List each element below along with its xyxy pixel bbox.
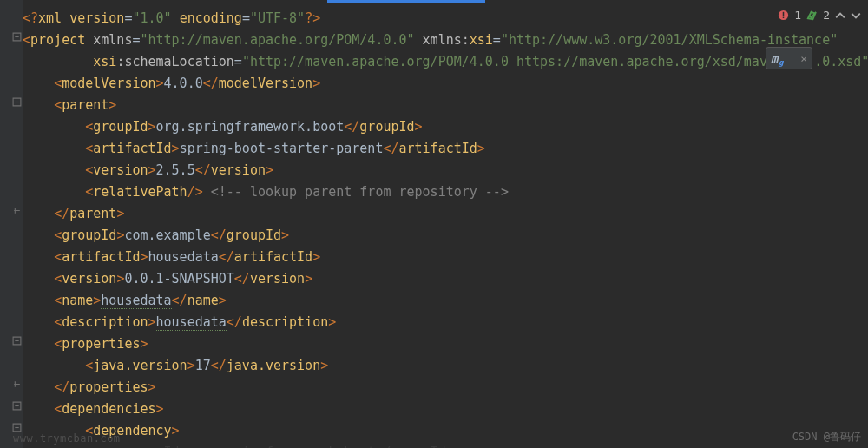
token: 0.0.1-SNAPSHOT xyxy=(124,271,233,287)
token: < xyxy=(54,314,62,330)
token: <!-- lookup parent from repository --> xyxy=(211,184,509,200)
fold-handle[interactable] xyxy=(12,32,22,42)
token: project xyxy=(30,32,85,48)
code-line[interactable]: <project xmlns="http://maven.apache.org/… xyxy=(23,30,868,51)
fold-handle[interactable] xyxy=(12,379,22,389)
token xyxy=(23,119,85,135)
token: > xyxy=(320,358,328,373)
code-line[interactable]: <artifactId>spring-boot-starter-parent</… xyxy=(23,138,868,160)
token: > xyxy=(156,401,164,417)
token: org.springframework.boot xyxy=(156,119,345,135)
code-line[interactable]: </parent> xyxy=(23,203,868,225)
token: version xyxy=(250,271,305,287)
code-line[interactable]: <name>housedata</name> xyxy=(23,290,868,312)
token: </ xyxy=(203,76,219,91)
token: encoding xyxy=(180,10,242,26)
token: java.version xyxy=(93,358,187,373)
chevron-down-icon[interactable] xyxy=(851,10,861,21)
code-line[interactable]: <parent> xyxy=(23,95,868,116)
token: > xyxy=(140,249,148,265)
token: > xyxy=(266,162,273,178)
fold-handle[interactable] xyxy=(12,97,22,107)
tool-popup-icon: mg xyxy=(771,51,778,65)
code-line[interactable]: <version>0.0.1-SNAPSHOT</version> xyxy=(23,268,868,290)
close-icon[interactable]: × xyxy=(800,52,807,65)
code-line[interactable]: <java.version>17</java.version> xyxy=(23,355,868,377)
token: groupId xyxy=(62,227,116,243)
token: :schemaLocation xyxy=(116,54,233,69)
token: </ xyxy=(54,379,69,395)
fold-handle[interactable] xyxy=(12,423,22,432)
token: </ xyxy=(227,314,242,330)
token: < xyxy=(85,141,93,156)
token: description xyxy=(242,314,328,330)
token: version xyxy=(211,162,266,178)
code-line[interactable]: <version>2.5.5</version> xyxy=(23,160,868,181)
code-line[interactable]: <artifactId>housedata</artifactId> xyxy=(23,247,868,268)
token xyxy=(23,293,54,308)
token: 4.0.0 xyxy=(164,76,203,91)
token: housedata xyxy=(156,314,227,331)
token xyxy=(85,32,93,48)
token xyxy=(23,162,85,178)
token: "UTF-8" xyxy=(250,10,305,26)
token: > xyxy=(477,141,485,156)
code-line[interactable]: xsi:schemaLocation="http://maven.apache.… xyxy=(23,51,868,73)
token: < xyxy=(54,293,62,308)
code-line[interactable]: <description>housedata</description> xyxy=(23,312,868,333)
code-line[interactable]: <dependencies> xyxy=(23,399,868,420)
code-line[interactable]: </properties> xyxy=(23,377,868,399)
code-line[interactable]: <relativePath/> <!-- lookup parent from … xyxy=(23,181,868,203)
tool-popup[interactable]: mg × xyxy=(766,47,812,69)
code-line[interactable]: <dependency> xyxy=(23,420,868,442)
token: spring-boot-starter-parent xyxy=(180,141,384,156)
token: groupId xyxy=(359,119,414,135)
token: <? xyxy=(23,10,38,26)
token: < xyxy=(85,358,93,373)
token: < xyxy=(54,336,62,352)
watermark-right: CSDN @鲁码仔 xyxy=(792,430,861,445)
token xyxy=(23,445,116,448)
inspection-widget[interactable]: 1 2 xyxy=(778,9,861,22)
watermark-left: www.trymcban.com xyxy=(13,432,121,445)
token xyxy=(172,10,180,26)
token: < xyxy=(54,76,62,91)
token: > xyxy=(116,206,124,221)
token: </ xyxy=(211,227,227,243)
code-line[interactable]: <properties> xyxy=(23,333,868,355)
token: xmlns xyxy=(93,32,132,48)
token xyxy=(23,184,85,200)
token: </ xyxy=(195,162,211,178)
token: > xyxy=(156,76,164,91)
token: > xyxy=(305,271,312,287)
token: housedata xyxy=(101,293,171,309)
token: </ xyxy=(219,249,234,265)
token xyxy=(23,141,85,156)
fold-handle[interactable] xyxy=(12,401,22,411)
fold-handle[interactable] xyxy=(12,336,22,346)
token: </ xyxy=(172,293,187,308)
code-line[interactable]: <groupId>org.springframework.boot</group… xyxy=(23,116,868,138)
token: > xyxy=(415,119,423,135)
code-line[interactable]: <?xml version="1.0" encoding="UTF-8"?> xyxy=(23,8,868,30)
token: > xyxy=(312,249,320,265)
token: > xyxy=(148,119,156,135)
chevron-up-icon[interactable] xyxy=(835,10,845,21)
token: version xyxy=(62,271,116,287)
fold-handle[interactable] xyxy=(12,206,22,215)
token: < xyxy=(54,271,62,287)
token: > xyxy=(219,293,227,308)
code-editor[interactable]: <?xml version="1.0" encoding="UTF-8"?><p… xyxy=(23,8,868,448)
code-line[interactable]: <groupId>org.springframework.boot</group… xyxy=(23,442,868,448)
code-line[interactable]: <groupId>com.example</groupId> xyxy=(23,225,868,247)
code-line[interactable]: <modelVersion>4.0.0</modelVersion> xyxy=(23,73,868,95)
token: xmlns: xyxy=(423,32,470,48)
token: < xyxy=(85,162,93,178)
token: modelVersion xyxy=(62,76,155,91)
token: modelVersion xyxy=(219,76,312,91)
token: < xyxy=(54,249,62,265)
token xyxy=(23,401,54,417)
token: name xyxy=(62,293,93,308)
token: dependencies xyxy=(62,401,155,417)
token: > xyxy=(187,358,195,373)
